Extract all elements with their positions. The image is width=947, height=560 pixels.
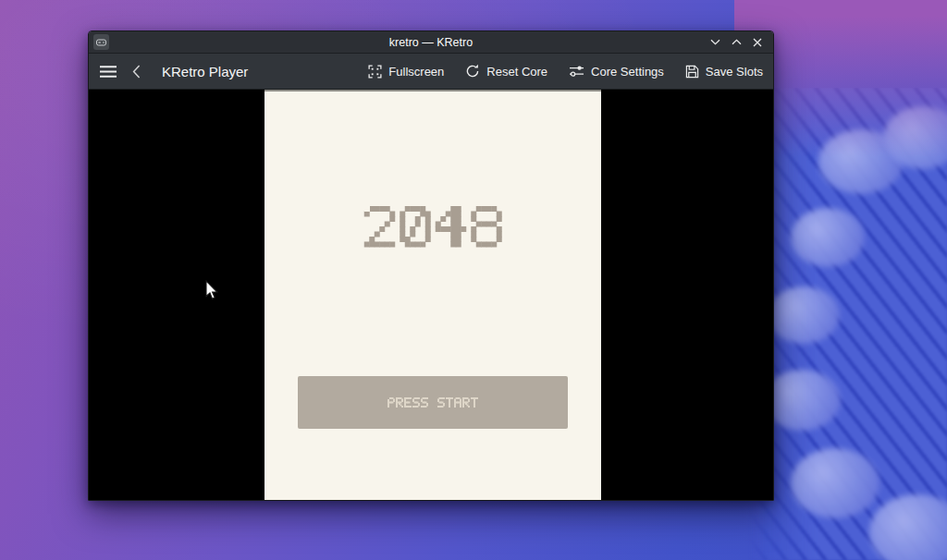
core-settings-label: Core Settings: [591, 65, 664, 79]
settings-sliders-icon: [569, 64, 584, 79]
reset-core-button[interactable]: Reset Core: [465, 64, 547, 79]
fullscreen-icon: [368, 65, 382, 79]
app-gamepad-icon: [93, 34, 109, 50]
wallpaper-shape: [763, 370, 841, 431]
back-button[interactable]: [132, 65, 141, 79]
press-start-button[interactable]: [298, 376, 568, 429]
game-title: [364, 206, 502, 247]
fullscreen-label: Fullscreen: [388, 65, 444, 79]
wallpaper-shape: [791, 448, 879, 518]
titlebar[interactable]: kretro — KRetro: [89, 31, 773, 54]
wallpaper-shape: [791, 208, 865, 267]
hamburger-menu-button[interactable]: [100, 66, 117, 78]
press-start-label: [387, 397, 478, 408]
kretro-window: kretro — KRetro KRetro Player: [88, 30, 774, 501]
window-title: kretro — KRetro: [89, 36, 773, 49]
toolbar: KRetro Player Fullscreen: [89, 54, 773, 90]
save-icon: [685, 65, 699, 79]
core-settings-button[interactable]: Core Settings: [569, 64, 664, 79]
reset-core-label: Reset Core: [486, 65, 547, 79]
reset-icon: [465, 64, 480, 79]
save-slots-button[interactable]: Save Slots: [685, 65, 763, 79]
fullscreen-button[interactable]: Fullscreen: [368, 65, 444, 79]
game-screen[interactable]: [264, 90, 601, 500]
maximize-button[interactable]: [729, 35, 744, 50]
save-slots-label: Save Slots: [706, 65, 763, 79]
minimize-button[interactable]: [707, 35, 722, 50]
page-title: KRetro Player: [162, 64, 248, 79]
wallpaper-shape: [768, 286, 840, 344]
close-button[interactable]: [750, 35, 765, 50]
emulator-viewport[interactable]: [89, 90, 773, 500]
